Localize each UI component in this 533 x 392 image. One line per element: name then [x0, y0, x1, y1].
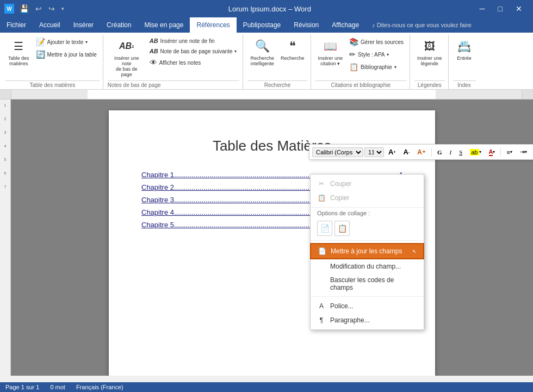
menu-publipostage[interactable]: Publipostage	[237, 17, 287, 33]
indent-button[interactable]: ⇥▾	[517, 147, 530, 157]
svg-rect-2	[436, 90, 522, 99]
insert-footnote-button[interactable]: AB1 Insérer une notede bas de page	[108, 36, 146, 79]
list-button[interactable]: ≡▾	[503, 147, 515, 157]
save-icon[interactable]: 💾	[17, 3, 31, 14]
research-group-label: Recherche	[247, 80, 307, 89]
next-footnote-button[interactable]: AB Note de bas de page suivante ▾	[147, 46, 240, 56]
ctx-paste-icon-1[interactable]: 📄	[317, 221, 332, 236]
ctx-cut-label: Couper	[330, 180, 417, 188]
footnote-icon: AB1	[118, 38, 135, 55]
quick-access-toolbar: 💾 ↩ ↪ ▾	[17, 3, 66, 14]
ctx-copy-item[interactable]: 📋 Copier	[311, 191, 424, 205]
bibliography-arrow: ▾	[394, 65, 396, 70]
ctx-update-fields-item[interactable]: 📄 Mettre à jour les champs ↖	[310, 243, 424, 259]
update-toc-button[interactable]: 🔄 Mettre à jour la table	[33, 48, 100, 60]
style-button[interactable]: ✏ Style : APA ▾	[346, 48, 406, 60]
update-toc-icon: 🔄	[36, 50, 45, 59]
toc-icon: ☰	[10, 38, 27, 55]
context-menu: ✂ Couper 📋 Copier Options de collage : 📄…	[310, 174, 424, 330]
status-bar: Page 1 sur 1 0 mot Français (France)	[0, 382, 533, 392]
endnote-icon: AB	[150, 38, 158, 44]
ctx-update-icon: 📄	[318, 247, 326, 256]
index-button[interactable]: 📇 Entrée	[453, 36, 476, 63]
citations-group-label: Citations et bibliographie	[315, 80, 406, 89]
italic-button[interactable]: I	[446, 147, 455, 157]
bibliography-icon: 📋	[349, 63, 358, 71]
menu-inserer[interactable]: Insérer	[67, 17, 100, 33]
index-icon: 📇	[456, 38, 473, 55]
insert-caption-button[interactable]: 🖼 Insérer unelégende	[414, 36, 445, 69]
undo-icon[interactable]: ↩	[33, 3, 44, 14]
index-group-content: 📇 Entrée	[453, 36, 476, 79]
font-selector[interactable]: Calibri (Corps	[312, 147, 363, 157]
ctx-toggle-codes-item[interactable]: Basculer les codes de champs	[311, 273, 424, 294]
ctx-toggle-codes-label: Basculer les codes de champs	[330, 276, 417, 291]
smart-research-button[interactable]: 🔍 Rechercheintelligente	[247, 36, 277, 69]
toc-chapter-3: Chapitre 3..............................…	[141, 196, 329, 204]
minimize-btn[interactable]: ─	[473, 2, 492, 15]
cursor-icon: ↖	[412, 248, 417, 254]
ctx-cut-item[interactable]: ✂ Couper	[311, 177, 424, 191]
index-group-label: Index	[453, 80, 476, 89]
ctx-font-item[interactable]: A Police...	[311, 299, 424, 313]
citation-small-buttons: 📚 Gérer les sources ✏ Style : APA ▾ 📋 Bi…	[346, 36, 406, 73]
font-size-selector[interactable]: 11	[364, 147, 384, 157]
font-grow-button[interactable]: A+	[385, 146, 399, 158]
endnote-label: Insérer une note de fin	[160, 38, 215, 44]
ruler-svg	[11, 90, 522, 99]
underline-button[interactable]: S	[456, 147, 466, 157]
next-footnote-label: Note de bas de page suivante	[160, 48, 233, 54]
horizontal-ruler	[0, 90, 533, 99]
mini-toolbar: Calibri (Corps 11 A+ A- A✦ G I S ab▾ A▾ …	[309, 144, 533, 160]
ctx-font-label: Police...	[330, 302, 417, 310]
add-text-button[interactable]: 📝 Ajouter le texte ▾	[33, 36, 100, 48]
captions-group-content: 🖼 Insérer unelégende	[414, 36, 445, 79]
ctx-paragraph-icon: ¶	[317, 316, 326, 325]
manage-sources-button[interactable]: 📚 Gérer les sources	[346, 36, 406, 48]
font-color-button[interactable]: A▾	[486, 147, 499, 158]
ctx-format-section: A Police... ¶ Paragraphe...	[311, 297, 424, 329]
insert-endnote-button[interactable]: AB Insérer une note de fin	[147, 36, 240, 46]
word-count: 0 mot	[50, 384, 65, 390]
menu-references[interactable]: Références	[190, 17, 236, 33]
bibliography-button[interactable]: 📋 Bibliographie ▾	[346, 61, 406, 73]
research-button[interactable]: ❝ Recherche	[278, 36, 307, 63]
ruler-left-margin	[0, 90, 11, 99]
ctx-paste-label: Options de collage :	[311, 210, 424, 219]
font-shrink-button[interactable]: A-	[400, 146, 413, 158]
menu-help[interactable]: ♪ Dites-nous ce que vous voulez faire	[365, 17, 478, 33]
ribbon-group-footnotes: AB1 Insérer une notede bas de page AB In…	[104, 35, 244, 89]
footnotes-group-content: AB1 Insérer une notede bas de page AB In…	[108, 36, 240, 79]
ctx-paste-icon-2[interactable]: 📋	[334, 221, 350, 236]
menu-revision[interactable]: Révision	[287, 17, 325, 33]
redo-icon[interactable]: ↪	[46, 3, 57, 14]
ctx-paragraph-item[interactable]: ¶ Paragraphe...	[311, 313, 424, 327]
main-content-area: 1 2 3 4 5 6 7 Table des Matières Chapitr…	[0, 99, 533, 376]
add-text-icon: 📝	[36, 38, 45, 46]
smart-research-label: Rechercheintelligente	[250, 56, 274, 67]
menu-fichier[interactable]: Fichier	[0, 17, 33, 33]
insert-citation-button[interactable]: 📖 Insérer unecitation ▾	[315, 36, 346, 69]
menu-accueil[interactable]: Accueil	[33, 17, 67, 33]
font-format-button[interactable]: A✦	[414, 147, 429, 158]
show-notes-button[interactable]: 👁 Afficher les notes	[147, 57, 240, 69]
toolbar-divider-1	[431, 148, 432, 157]
bold-button[interactable]: G	[434, 147, 445, 157]
customize-qs-icon[interactable]: ▾	[59, 5, 66, 13]
window-controls: ─ □ ✕	[473, 2, 529, 15]
maximize-btn[interactable]: □	[492, 2, 509, 15]
menu-mise-en-page[interactable]: Mise en page	[138, 17, 190, 33]
next-footnote-arrow: ▾	[234, 49, 237, 54]
ctx-font-icon: A	[317, 302, 326, 310]
menu-affichage[interactable]: Affichage	[325, 17, 365, 33]
highlight-button[interactable]: ab▾	[467, 147, 484, 157]
close-btn[interactable]: ✕	[509, 2, 529, 15]
index-label: Entrée	[457, 56, 472, 61]
ctx-field-edit-item[interactable]: Modification du champ...	[311, 259, 424, 273]
ctx-copy-label: Copier	[330, 194, 417, 202]
toc-group-content: ☰ Table desmatières 📝 Ajouter le texte ▾…	[5, 36, 100, 79]
title-bar-left: W 💾 ↩ ↪ ▾	[4, 3, 66, 14]
toc-button[interactable]: ☰ Table desmatières	[5, 36, 32, 69]
add-text-label: Ajouter le texte	[47, 39, 84, 45]
menu-creation[interactable]: Création	[100, 17, 138, 33]
